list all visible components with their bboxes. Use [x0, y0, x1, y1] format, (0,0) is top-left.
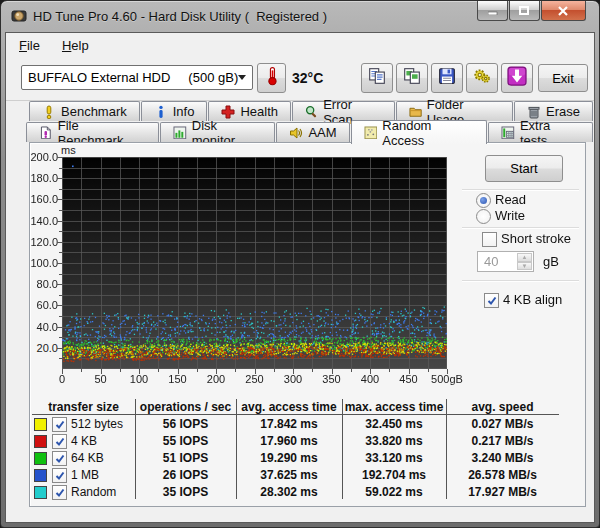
tab-error-scan[interactable]: Error Scan — [292, 101, 395, 121]
avg-speed-value: 3.240 MB/s — [446, 451, 559, 465]
x-axis-tick-label: 150 — [156, 373, 200, 385]
tab-disk-monitor[interactable]: Disk monitor — [160, 122, 275, 142]
separator — [462, 280, 579, 282]
start-button[interactable]: Start — [485, 155, 563, 182]
drive-select-dropdown[interactable]: BUFFALO External HDD (500 gB) — [21, 65, 253, 90]
read-radio[interactable] — [476, 193, 491, 208]
title-bar[interactable]: HD Tune Pro 4.60 - Hard Disk Utility ( R… — [1, 1, 599, 32]
column-header: avg. speed — [446, 400, 559, 414]
temperature-button[interactable] — [257, 63, 286, 93]
table-row: Random35 IOPS28.302 ms59.022 ms17.927 MB… — [32, 483, 559, 500]
y-axis-tick — [59, 316, 62, 317]
transfer-size-label: Random — [71, 485, 116, 499]
table-header-row: transfer sizeoperations / secavg. access… — [32, 399, 559, 415]
x-axis-tick-label: 250 — [233, 373, 277, 385]
settings-button[interactable] — [466, 63, 498, 93]
max-access-value: 59.022 ms — [342, 485, 446, 499]
avg-access-value: 17.960 ms — [236, 434, 342, 448]
spinner-buttons[interactable]: ▲▼ — [517, 253, 532, 270]
benchmark-icon — [42, 105, 56, 119]
x-axis-tick — [409, 369, 410, 374]
x-axis-tick — [178, 369, 179, 374]
series-visible-checkbox[interactable] — [52, 434, 67, 449]
y-axis-tick-label: 80.0 — [30, 278, 58, 290]
y-axis-tick — [59, 168, 62, 169]
y-axis-tick — [57, 263, 62, 264]
y-axis-tick — [57, 327, 62, 328]
download-arrow-icon — [507, 66, 527, 90]
minimize-button[interactable] — [477, 1, 508, 21]
ops-value: 55 IOPS — [135, 434, 236, 448]
menu-item-file[interactable]: File — [19, 38, 40, 53]
y-axis-tick — [57, 305, 62, 306]
tab-aam[interactable]: AAM — [276, 122, 349, 142]
thermometer-icon — [263, 65, 281, 91]
x-axis-tick — [428, 369, 429, 372]
short-stroke-checkbox[interactable] — [482, 232, 497, 247]
table-row: 512 bytes56 IOPS17.842 ms32.450 ms0.027 … — [32, 415, 559, 432]
app-window: HD Tune Pro 4.60 - Hard Disk Utility ( R… — [0, 0, 600, 528]
window-title: HD Tune Pro 4.60 - Hard Disk Utility ( R… — [33, 9, 327, 24]
temperature-value: 32°C — [292, 70, 323, 86]
x-axis-tick-label: 100 — [117, 373, 161, 385]
client-area: FileHelp BUFFALO External HDD (500 gB) 3… — [5, 32, 595, 523]
copy-image-button[interactable] — [396, 63, 428, 93]
column-header: max. access time — [342, 400, 446, 414]
copy-button[interactable] — [361, 63, 393, 93]
x-axis-tick — [274, 369, 275, 372]
separator — [462, 227, 579, 229]
y-axis-tick — [59, 252, 62, 253]
copy-icon — [368, 67, 386, 89]
max-access-value: 33.820 ms — [342, 434, 446, 448]
tab-label: AAM — [308, 125, 336, 140]
series-visible-checkbox[interactable] — [52, 417, 67, 432]
y-axis-tick-label: 180.0 — [30, 172, 58, 184]
x-axis-tick — [351, 369, 352, 372]
file-benchmark-icon — [39, 126, 53, 140]
max-access-value: 33.120 ms — [342, 451, 446, 465]
short-stroke-label: Short stroke — [501, 231, 571, 246]
series-visible-checkbox[interactable] — [52, 485, 67, 500]
tab-random-access[interactable]: Random Access — [351, 120, 488, 144]
folder-usage-icon — [409, 105, 422, 119]
series-color-swatch — [34, 469, 47, 482]
y-axis-tick — [57, 221, 62, 222]
x-axis-tick-label: 400 — [348, 373, 392, 385]
maximize-button[interactable] — [509, 1, 540, 21]
menu-item-help[interactable]: Help — [62, 38, 89, 53]
y-axis-tick — [57, 284, 62, 285]
exit-button[interactable]: Exit — [538, 64, 588, 92]
save-button[interactable] — [431, 63, 463, 93]
download-button[interactable] — [501, 63, 533, 93]
series-visible-checkbox[interactable] — [52, 451, 67, 466]
error-scan-icon — [305, 105, 318, 119]
4kb-align-checkbox[interactable] — [484, 293, 499, 308]
ops-value: 56 IOPS — [135, 417, 236, 431]
ops-value: 35 IOPS — [135, 485, 236, 499]
y-axis-tick-label: 20.0 — [30, 342, 58, 354]
x-axis-tick — [120, 369, 121, 372]
tab-extra-tests[interactable]: Extra tests — [488, 122, 593, 142]
tab-file-benchmark[interactable]: File Benchmark — [26, 122, 159, 142]
chevron-down-icon — [238, 75, 246, 80]
write-radio[interactable] — [476, 209, 491, 224]
y-axis-tick-label: 100.0 — [30, 257, 58, 269]
health-icon — [221, 105, 235, 119]
x-axis-tick — [293, 369, 294, 374]
short-stroke-size-input[interactable]: 40 ▲▼ — [477, 251, 534, 272]
table-row: 64 KB51 IOPS19.290 ms33.120 ms3.240 MB/s — [32, 449, 559, 466]
y-axis-tick-label: 160.0 — [30, 193, 58, 205]
access-time-scatter-plot — [62, 157, 447, 369]
y-axis-tick — [59, 231, 62, 232]
y-axis-tick — [57, 242, 62, 243]
column-header: operations / sec — [135, 400, 236, 414]
x-axis-tick — [447, 369, 448, 374]
series-visible-checkbox[interactable] — [52, 468, 67, 483]
x-axis-tick-label: 200 — [194, 373, 238, 385]
close-button[interactable] — [541, 1, 586, 21]
avg-speed-value: 0.217 MB/s — [446, 434, 559, 448]
column-separator — [342, 399, 343, 499]
random-access-icon — [364, 126, 378, 140]
hd-tune-logo-icon — [11, 8, 27, 24]
toolbar: BUFFALO External HDD (500 gB) 32°C — [6, 57, 594, 101]
